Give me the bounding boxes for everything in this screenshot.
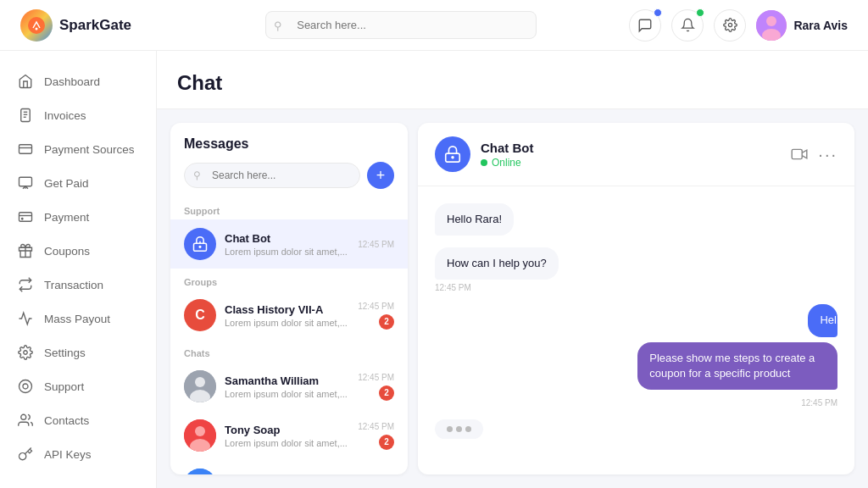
class-name: Class History VII-A <box>225 303 349 316</box>
svg-point-1 <box>36 27 38 30</box>
sidebar-item-mass-payout[interactable]: Mass Payout <box>0 302 156 336</box>
sent-messages-group: Hello Please show me steps to create a c… <box>435 304 837 408</box>
chat-icon-button[interactable] <box>629 9 661 42</box>
message-row-2: How can I help you? <box>435 247 837 280</box>
samantha-msg-content: Samantha William Lorem ipsum dolor sit a… <box>225 374 349 399</box>
tony-msg-content: Tony Soap Lorem ipsum dolor sit amet,... <box>225 424 349 448</box>
karen-item[interactable]: Karen Hope Lorem ipsum dolor sit amet,..… <box>170 460 408 474</box>
svg-point-19 <box>23 384 28 389</box>
sidebar-item-contacts[interactable]: Contacts <box>0 403 156 437</box>
logo-icon <box>20 9 53 42</box>
chat-bot-item[interactable]: Chat Bot Lorem ipsum dolor sit amet,... … <box>170 219 408 269</box>
chat-badge <box>654 8 662 17</box>
video-call-button[interactable] <box>791 147 808 161</box>
support-icon <box>17 378 34 395</box>
transaction-label: Transaction <box>44 279 103 291</box>
add-message-button[interactable]: + <box>367 162 394 189</box>
svg-point-2 <box>728 23 732 26</box>
payment-sources-label: Payment Sources <box>44 143 135 156</box>
payment-icon <box>17 208 34 225</box>
bot-msg-content: Chat Bot Lorem ipsum dolor sit amet,... <box>225 232 349 257</box>
bot-name: Chat Bot <box>225 232 349 245</box>
message-group-received: How can I help you? 12:45 PM <box>435 247 837 292</box>
header-actions: Rara Avis <box>629 9 848 42</box>
tony-meta: 12:45 PM 2 <box>358 422 394 450</box>
support-section-label: Support <box>170 197 408 219</box>
api-keys-label: API Keys <box>44 448 92 461</box>
chat-status: Online <box>481 157 534 169</box>
svg-rect-30 <box>184 469 216 474</box>
svg-rect-10 <box>19 145 32 154</box>
contacts-icon <box>17 412 34 429</box>
message-row-1: Hello Rara! <box>435 203 837 236</box>
chat-user-info: Chat Bot Online <box>481 141 534 169</box>
chat-contact-name: Chat Bot <box>481 141 534 155</box>
svg-rect-12 <box>19 177 32 186</box>
svg-point-17 <box>24 351 28 355</box>
class-history-item[interactable]: C Class History VII-A Lorem ipsum dolor … <box>170 291 408 340</box>
content-area: Chat Messages ⚲ + Support <box>157 51 868 488</box>
transaction-icon <box>17 276 34 293</box>
mass-payout-icon <box>17 310 34 327</box>
bot-avatar <box>184 228 216 260</box>
svg-point-23 <box>199 247 201 248</box>
contacts-label: Contacts <box>44 414 89 427</box>
dashboard-label: Dashboard <box>44 75 100 88</box>
svg-point-0 <box>28 17 45 34</box>
page-title: Chat <box>177 71 848 95</box>
app-header: SparkGate ⚲ <box>0 0 868 51</box>
coupons-icon <box>17 242 34 259</box>
sidebar-item-payment[interactable]: Payment <box>0 200 156 234</box>
sidebar-item-get-paid[interactable]: Get Paid <box>0 166 156 200</box>
sidebar-item-coupons[interactable]: Coupons <box>0 234 156 268</box>
invoices-icon <box>17 107 34 124</box>
sidebar-item-invoices[interactable]: Invoices <box>0 98 156 132</box>
messages-search-input[interactable] <box>185 164 359 187</box>
bubble-how-can-i-help: How can I help you? <box>435 247 559 280</box>
sidebar-item-payment-sources[interactable]: Payment Sources <box>0 132 156 166</box>
class-preview: Lorem ipsum dolor sit amet,... <box>225 318 349 328</box>
chat-panel: Chat Bot Online <box>418 123 854 474</box>
header-search[interactable]: ⚲ <box>265 11 537 39</box>
chat-header: Chat Bot Online <box>418 123 854 186</box>
bubble-coupon-question: Please show me steps to create a coupon … <box>637 342 837 390</box>
sidebar-item-support[interactable]: Support <box>0 369 156 403</box>
search-row: ⚲ + <box>184 162 394 189</box>
user-info[interactable]: Rara Avis <box>756 10 848 41</box>
sent-time: 12:45 PM <box>801 398 837 408</box>
received-time: 12:45 PM <box>435 283 837 292</box>
sidebar-item-api-keys[interactable]: API Keys <box>0 437 156 471</box>
sidebar-item-settings[interactable]: Settings <box>0 336 156 369</box>
samantha-badge: 2 <box>379 385 394 401</box>
messages-search-bar[interactable]: ⚲ <box>184 163 360 188</box>
groups-section-label: Groups <box>170 269 408 291</box>
svg-point-18 <box>19 380 32 393</box>
bot-meta: 12:45 PM <box>358 240 394 249</box>
avatar <box>756 10 787 41</box>
class-meta: 12:45 PM 2 <box>358 302 394 330</box>
get-paid-label: Get Paid <box>44 177 89 190</box>
class-badge: 2 <box>379 314 394 330</box>
messages-header: Messages ⚲ + <box>170 123 408 197</box>
settings-icon-button[interactable] <box>714 9 746 42</box>
svg-point-4 <box>766 16 776 26</box>
class-avatar: C <box>184 299 216 331</box>
user-name: Rara Avis <box>793 19 848 32</box>
karen-msg-content: Karen Hope Lorem ipsum dolor sit amet,..… <box>225 473 349 475</box>
class-msg-content: Class History VII-A Lorem ipsum dolor si… <box>225 303 349 328</box>
header-search-icon: ⚲ <box>274 19 282 31</box>
notification-icon-button[interactable] <box>671 9 704 42</box>
support-label: Support <box>44 380 84 393</box>
typing-row <box>435 419 837 439</box>
tony-item[interactable]: Tony Soap Lorem ipsum dolor sit amet,...… <box>170 411 408 460</box>
samantha-item[interactable]: Samantha William Lorem ipsum dolor sit a… <box>170 362 408 411</box>
mass-payout-label: Mass Payout <box>44 313 110 325</box>
header-search-input[interactable] <box>265 11 537 39</box>
logo-area: SparkGate <box>20 9 173 42</box>
sidebar-item-dashboard[interactable]: Dashboard <box>0 64 156 98</box>
invoices-label: Invoices <box>44 109 86 122</box>
bot-preview: Lorem ipsum dolor sit amet,... <box>225 247 349 257</box>
more-options-button[interactable]: ··· <box>818 145 837 164</box>
sidebar-item-transaction[interactable]: Transaction <box>0 268 156 302</box>
home-icon <box>17 73 34 90</box>
